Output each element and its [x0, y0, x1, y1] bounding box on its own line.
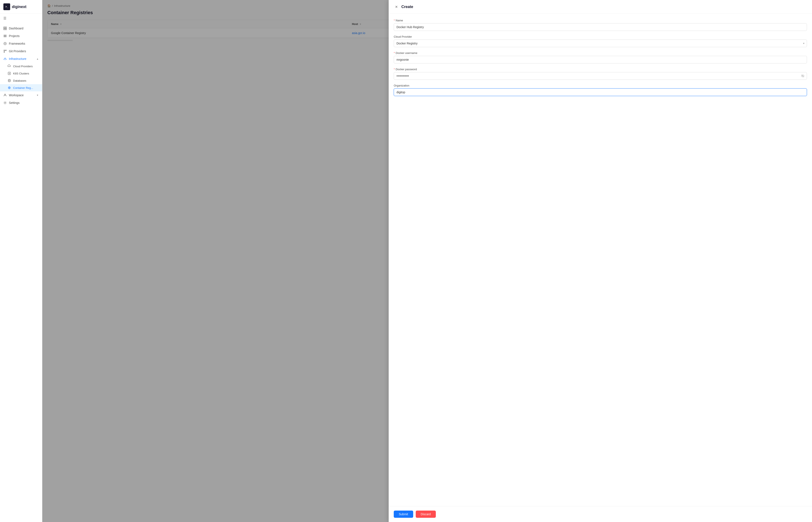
cloud-icon	[7, 64, 11, 68]
sidebar-item-container-reg[interactable]: Container Reg...	[0, 84, 42, 92]
sidebar-nav: Dashboard Projects Frameworks	[0, 23, 42, 522]
infrastructure-arrow: ▲	[36, 58, 39, 60]
sidebar-item-k8s-clusters[interactable]: K8S Clusters	[0, 70, 42, 77]
main-area: 🏠 / Infrastructure Container Registries …	[42, 0, 812, 522]
svg-point-16	[9, 87, 10, 88]
create-panel: ✕ Create * Name Cloud Provider Docker Re…	[389, 0, 812, 522]
sidebar-item-dashboard[interactable]: Dashboard	[0, 24, 42, 32]
logo-icon: >_	[3, 3, 10, 10]
docker-password-required-star: *	[394, 68, 395, 71]
organization-input[interactable]	[394, 88, 807, 96]
sidebar-item-git-providers[interactable]: Git Providers	[0, 47, 42, 55]
svg-rect-3	[5, 28, 6, 30]
svg-rect-1	[5, 27, 6, 28]
docker-password-wrapper	[394, 72, 807, 80]
svg-point-18	[5, 102, 6, 103]
svg-point-11	[4, 52, 5, 53]
app-name: diginext	[12, 5, 26, 9]
cloud-provider-select[interactable]: Docker Registry Google Container Registr…	[394, 40, 807, 47]
cloud-provider-select-wrapper: Docker Registry Google Container Registr…	[394, 40, 807, 47]
docker-password-input[interactable]	[394, 72, 807, 80]
docker-username-required-star: *	[394, 52, 395, 55]
panel-title: Create	[401, 5, 413, 9]
cloud-provider-field-group: Cloud Provider Docker Registry Google Co…	[394, 35, 807, 47]
panel-footer: Submit Discard	[389, 506, 812, 522]
sidebar-item-databases[interactable]: Databases	[0, 77, 42, 84]
cloud-provider-label: Cloud Provider	[394, 35, 807, 38]
name-input[interactable]	[394, 23, 807, 31]
container-icon	[7, 86, 11, 89]
databases-label: Databases	[13, 79, 26, 82]
svg-rect-6	[4, 37, 6, 37]
container-reg-label: Container Reg...	[13, 86, 33, 89]
submit-button[interactable]: Submit	[394, 510, 413, 518]
svg-rect-4	[4, 35, 6, 35]
svg-point-12	[5, 59, 5, 60]
docker-username-field-group: * Docker username	[394, 52, 807, 63]
docker-username-label: * Docker username	[394, 52, 807, 55]
frameworks-icon	[3, 42, 7, 45]
cloud-providers-label: Cloud Providers	[13, 65, 33, 68]
workspace-icon	[3, 94, 7, 97]
projects-label: Projects	[9, 34, 20, 38]
db-icon	[7, 79, 11, 82]
sidebar-item-workspace[interactable]: Workspace ▼	[0, 92, 42, 99]
svg-point-15	[8, 87, 11, 89]
logo-area: >_ diginext	[0, 0, 42, 14]
settings-label: Settings	[9, 101, 20, 104]
sidebar-item-projects[interactable]: Projects	[0, 32, 42, 40]
k8s-clusters-label: K8S Clusters	[13, 72, 29, 75]
dashboard-label: Dashboard	[9, 27, 23, 30]
svg-rect-0	[4, 27, 5, 28]
sidebar-item-frameworks[interactable]: Frameworks	[0, 40, 42, 47]
organization-label: Organization	[394, 84, 807, 87]
workspace-arrow: ▼	[36, 94, 39, 97]
git-icon	[3, 49, 7, 53]
infrastructure-label: Infrastructure	[9, 57, 26, 60]
svg-point-10	[5, 50, 6, 51]
docker-password-label: * Docker password	[394, 68, 807, 71]
projects-icon	[3, 34, 7, 38]
name-field-group: * Name	[394, 19, 807, 31]
frameworks-label: Frameworks	[9, 42, 25, 45]
svg-rect-2	[4, 28, 5, 30]
svg-point-8	[5, 43, 5, 44]
infrastructure-icon	[3, 57, 7, 60]
svg-rect-5	[4, 36, 6, 36]
docker-username-input[interactable]	[394, 56, 807, 63]
sidebar-item-infrastructure[interactable]: Infrastructure ▲	[0, 55, 42, 63]
panel-header: ✕ Create	[389, 0, 812, 14]
panel-body: * Name Cloud Provider Docker Registry Go…	[389, 14, 812, 506]
hamburger-button[interactable]: ☰	[0, 14, 42, 23]
settings-icon	[3, 101, 7, 104]
name-label: * Name	[394, 19, 807, 22]
sidebar: >_ diginext ☰ Dashboard	[0, 0, 42, 522]
sidebar-item-cloud-providers[interactable]: Cloud Providers	[0, 63, 42, 70]
discard-button[interactable]: Discard	[416, 510, 436, 518]
close-button[interactable]: ✕	[394, 4, 399, 9]
svg-point-14	[8, 79, 11, 80]
k8s-icon	[7, 72, 11, 75]
git-providers-label: Git Providers	[9, 49, 26, 53]
name-required-star: *	[394, 19, 395, 22]
docker-password-field-group: * Docker password	[394, 68, 807, 80]
workspace-label: Workspace	[9, 94, 24, 97]
eye-slash-icon[interactable]	[801, 74, 805, 78]
dashboard-icon	[3, 27, 7, 30]
organization-field-group: Organization	[394, 84, 807, 96]
svg-point-9	[4, 50, 5, 51]
sidebar-item-settings[interactable]: Settings	[0, 99, 42, 106]
svg-point-17	[5, 94, 6, 95]
